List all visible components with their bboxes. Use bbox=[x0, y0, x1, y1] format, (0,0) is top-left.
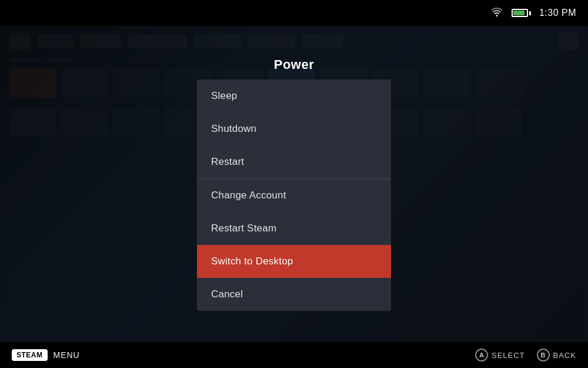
clock: 1:30 PM bbox=[539, 8, 576, 18]
back-label: BACK bbox=[553, 351, 576, 360]
a-button-circle: A bbox=[475, 349, 488, 362]
b-button-circle: B bbox=[537, 349, 550, 362]
select-button-area: A SELECT bbox=[475, 349, 525, 362]
status-icons: 1:30 PM bbox=[490, 6, 576, 20]
power-menu: Sleep Shutdown Restart Change Account Re… bbox=[197, 79, 391, 311]
back-button-area: B BACK bbox=[537, 349, 576, 362]
menu-item-switch-to-desktop[interactable]: Switch to Desktop bbox=[197, 245, 391, 278]
controller-buttons: A SELECT B BACK bbox=[475, 349, 576, 362]
wifi-icon bbox=[490, 6, 503, 20]
steam-menu-area[interactable]: STEAM MENU bbox=[12, 349, 80, 361]
select-label: SELECT bbox=[492, 351, 525, 360]
battery-icon bbox=[512, 9, 531, 17]
menu-label: MENU bbox=[54, 350, 80, 360]
menu-item-shutdown[interactable]: Shutdown bbox=[197, 112, 391, 145]
bottom-bar: STEAM MENU A SELECT B BACK bbox=[0, 342, 588, 368]
steam-badge: STEAM bbox=[12, 349, 48, 361]
dialog-title: Power bbox=[274, 57, 315, 72]
modal-overlay: Power Sleep Shutdown Restart Change Acco… bbox=[0, 26, 588, 342]
menu-item-restart-steam[interactable]: Restart Steam bbox=[197, 212, 391, 245]
top-bar: 1:30 PM bbox=[0, 0, 588, 26]
power-dialog: Power Sleep Shutdown Restart Change Acco… bbox=[197, 57, 391, 311]
menu-item-change-account[interactable]: Change Account bbox=[197, 179, 391, 212]
menu-item-cancel[interactable]: Cancel bbox=[197, 278, 391, 311]
menu-item-sleep[interactable]: Sleep bbox=[197, 79, 391, 112]
menu-item-restart[interactable]: Restart bbox=[197, 145, 391, 178]
